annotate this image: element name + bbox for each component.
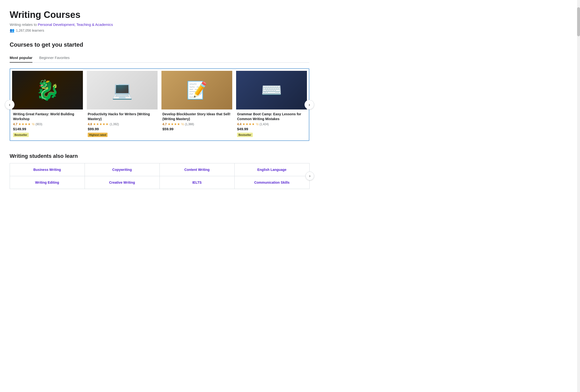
subtitle-row: Writing relates to Personal Development,… xyxy=(10,22,309,27)
review-count: (1,424) xyxy=(260,123,269,126)
stars: ★★★★ xyxy=(242,122,255,126)
also-learn-title: Writing students also learn xyxy=(10,153,309,159)
rating-row: 4.4 ★★★★½ (1,424) xyxy=(237,122,306,126)
rating-row: 4.8 ★★★★★ (1,392) xyxy=(88,122,156,126)
also-learn-item-business-writing[interactable]: Business Writing xyxy=(10,163,85,176)
price: $99.99 xyxy=(88,127,156,131)
stars: ★★★★ xyxy=(168,122,180,126)
badge-highest-rated: Highest rated xyxy=(88,133,108,137)
rating-number: 4.7 xyxy=(13,122,17,126)
carousel-next-button[interactable]: › xyxy=(304,100,314,110)
course-card[interactable]: Productivity Hacks for Writers (Writing … xyxy=(87,71,157,138)
tab-beginner-favorites[interactable]: Beginner Favorites xyxy=(39,53,70,63)
course-card[interactable]: Writing Great Fantasy: World Building Wo… xyxy=(12,71,83,138)
review-count: (1,392) xyxy=(110,123,119,126)
course-thumbnail-desk xyxy=(161,71,232,110)
courses-grid: Writing Great Fantasy: World Building Wo… xyxy=(10,68,309,141)
course-thumbnail-dragon xyxy=(12,71,83,110)
subtitle-prefix: Writing relates to xyxy=(10,22,38,27)
also-learn-item-creative-writing[interactable]: Creative Writing xyxy=(85,176,160,189)
also-learn-item-ielts[interactable]: IELTS xyxy=(159,176,235,189)
courses-carousel: ‹ Writing Great Fantasy: World Building … xyxy=(10,68,309,141)
also-learn-item-english-language[interactable]: English Language xyxy=(234,163,309,176)
rating-row: 4.7 ★★★★½ (903) xyxy=(13,122,82,126)
also-learn-section: Writing students also learn Business Wri… xyxy=(10,153,309,189)
courses-section-title: Courses to get you started xyxy=(10,41,309,48)
course-card[interactable]: Develop Blockbuster Story Ideas that Sel… xyxy=(161,71,232,138)
also-learn-item-communication-skills[interactable]: Communication Skills xyxy=(234,176,309,189)
review-count: (1,388) xyxy=(185,123,194,126)
badge-bestseller: Bestseller xyxy=(13,133,29,137)
review-count: (903) xyxy=(35,123,42,126)
course-thumbnail-typewriter xyxy=(236,71,307,110)
price: $149.99 xyxy=(13,127,82,131)
course-info: Develop Blockbuster Story Ideas that Sel… xyxy=(161,110,232,134)
learners-count: 1,267,056 learners xyxy=(16,28,44,32)
page-title: Writing Courses xyxy=(10,10,309,20)
tab-most-popular[interactable]: Most popular xyxy=(10,53,32,63)
tabs-row: Most popular Beginner Favorites xyxy=(10,53,309,63)
star-half: ½ xyxy=(256,122,259,126)
subtitle-links[interactable]: Personal Development, Teaching & Academi… xyxy=(38,22,113,27)
course-title: Grammar Boot Camp: Easy Lessons for Comm… xyxy=(237,112,306,121)
course-title: Develop Blockbuster Story Ideas that Sel… xyxy=(162,112,231,121)
course-title: Writing Great Fantasy: World Building Wo… xyxy=(13,112,82,121)
rating-number: 4.4 xyxy=(237,122,241,126)
badge-bestseller: Bestseller xyxy=(237,133,253,137)
stars: ★★★★ xyxy=(18,122,31,126)
course-info: Writing Great Fantasy: World Building Wo… xyxy=(12,110,83,138)
course-info: Productivity Hacks for Writers (Writing … xyxy=(87,110,157,138)
rating-number: 4.7 xyxy=(162,122,167,126)
price: $59.99 xyxy=(162,127,231,131)
star-half: ½ xyxy=(32,122,34,126)
rating-row: 4.7 ★★★★½ (1,388) xyxy=(162,122,231,126)
course-card[interactable]: Grammar Boot Camp: Easy Lessons for Comm… xyxy=(236,71,307,138)
rating-number: 4.8 xyxy=(88,122,92,126)
also-learn-next-button[interactable]: › xyxy=(305,172,314,180)
also-learn-grid-wrapper: Business Writing Copywriting Content Wri… xyxy=(10,163,309,189)
course-thumbnail-laptop xyxy=(87,71,157,110)
also-learn-item-content-writing[interactable]: Content Writing xyxy=(159,163,235,176)
also-learn-item-writing-editing[interactable]: Writing Editing xyxy=(10,176,85,189)
course-info: Grammar Boot Camp: Easy Lessons for Comm… xyxy=(236,110,307,138)
learners-row: 👥 1,267,056 learners xyxy=(10,28,309,33)
course-title: Productivity Hacks for Writers (Writing … xyxy=(88,112,156,121)
learners-icon: 👥 xyxy=(10,28,14,33)
stars: ★★★★★ xyxy=(93,122,109,126)
carousel-prev-button[interactable]: ‹ xyxy=(5,100,14,110)
star-half: ½ xyxy=(181,122,184,126)
price: $49.99 xyxy=(237,127,306,131)
also-learn-grid: Business Writing Copywriting Content Wri… xyxy=(10,163,309,189)
also-learn-item-copywriting[interactable]: Copywriting xyxy=(85,163,160,176)
